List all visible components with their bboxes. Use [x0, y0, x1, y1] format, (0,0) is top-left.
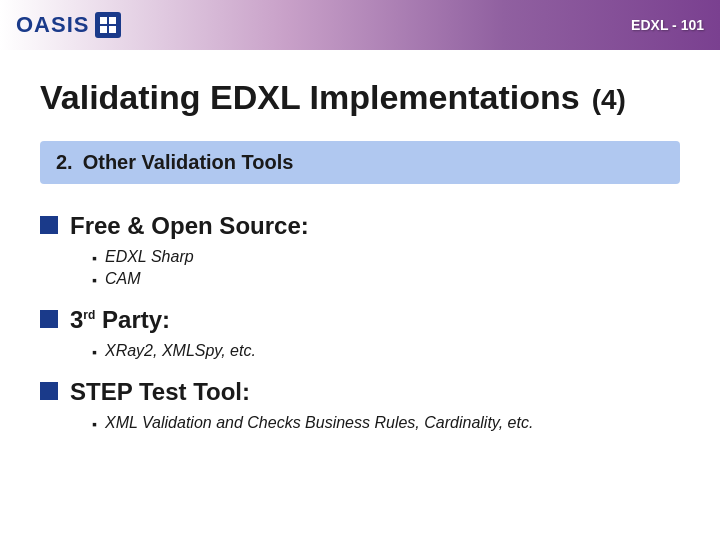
sub-bullet-cam-text: CAM: [105, 270, 141, 288]
svg-rect-0: [100, 17, 107, 24]
sub-bullets-step: ▪ XML Validation and Checks Business Rul…: [92, 414, 680, 432]
bullet-third-party: 3rd Party: ▪ XRay2, XMLSpy, etc.: [40, 306, 680, 360]
main-bullet-third: 3rd Party:: [40, 306, 680, 334]
slide-label: EDXL - 101: [631, 17, 704, 33]
svg-rect-2: [100, 26, 107, 33]
sub-bullet-xray2-text: XRay2, XMLSpy, etc.: [105, 342, 256, 360]
oasis-logo: OASIS: [16, 12, 121, 38]
main-bullet-free-label: Free & Open Source:: [70, 212, 309, 240]
page-title-main: Validating EDXL Implementations: [40, 78, 580, 117]
bullet-square-icon-3: [40, 382, 58, 400]
oasis-icon: [95, 12, 121, 38]
bullet-free-open-source: Free & Open Source: ▪ EDXL Sharp ▪ CAM: [40, 212, 680, 288]
sub-bullet-xray2: ▪ XRay2, XMLSpy, etc.: [92, 342, 680, 360]
bullet-square-icon-2: [40, 310, 58, 328]
section-label: Other Validation Tools: [83, 151, 294, 174]
sub-bullet-marker-2: ▪: [92, 272, 97, 288]
oasis-logo-text: OASIS: [16, 12, 89, 38]
page-title: Validating EDXL Implementations (4): [40, 78, 680, 117]
main-bullet-free: Free & Open Source:: [40, 212, 680, 240]
sub-bullet-marker: ▪: [92, 250, 97, 266]
main-bullet-step-label: STEP Test Tool:: [70, 378, 250, 406]
sub-bullet-edxl-sharp: ▪ EDXL Sharp: [92, 248, 680, 266]
sub-bullets-free: ▪ EDXL Sharp ▪ CAM: [92, 248, 680, 288]
sub-bullet-cam: ▪ CAM: [92, 270, 680, 288]
sub-bullet-xml-validation: ▪ XML Validation and Checks Business Rul…: [92, 414, 680, 432]
main-content: Validating EDXL Implementations (4) 2. O…: [0, 50, 720, 540]
bullet-step-test: STEP Test Tool: ▪ XML Validation and Che…: [40, 378, 680, 432]
sub-bullet-marker-3: ▪: [92, 344, 97, 360]
sub-bullet-marker-4: ▪: [92, 416, 97, 432]
section-number: 2.: [56, 151, 73, 174]
svg-rect-1: [109, 17, 116, 24]
sub-bullets-third: ▪ XRay2, XMLSpy, etc.: [92, 342, 680, 360]
bullet-square-icon: [40, 216, 58, 234]
sub-bullet-edxl-sharp-text: EDXL Sharp: [105, 248, 194, 266]
page-title-sub: (4): [592, 84, 626, 116]
main-bullet-third-label: 3rd Party:: [70, 306, 170, 334]
section-header: 2. Other Validation Tools: [40, 141, 680, 184]
main-bullet-step: STEP Test Tool:: [40, 378, 680, 406]
header: OASIS EDXL - 101: [0, 0, 720, 50]
svg-rect-3: [109, 26, 116, 33]
sub-bullet-xml-text: XML Validation and Checks Business Rules…: [105, 414, 533, 432]
